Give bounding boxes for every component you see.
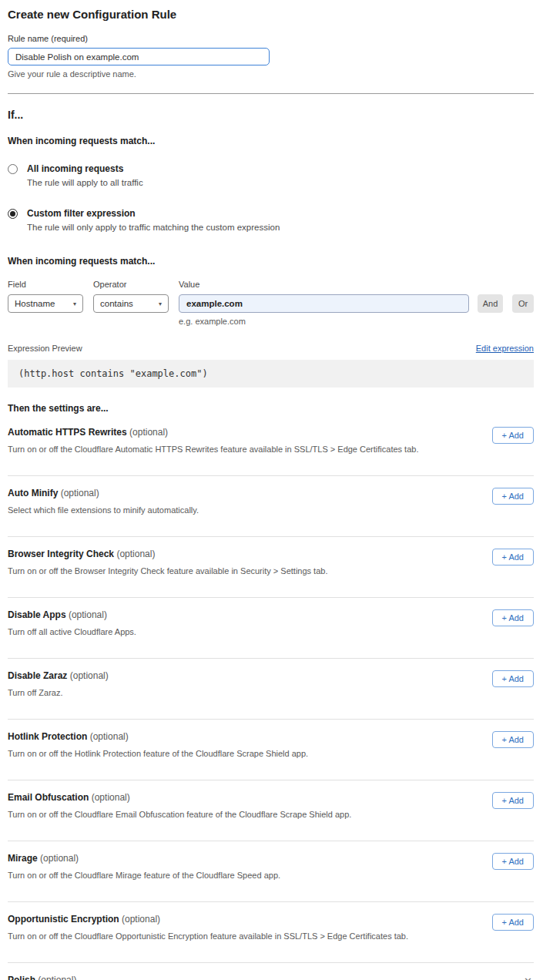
setting-name: Disable Apps <box>8 609 66 620</box>
setting-name: Auto Minify <box>8 488 58 498</box>
add-button[interactable]: + Add <box>492 609 534 626</box>
setting-row: Email Obfuscation (optional) Turn on or … <box>8 780 534 841</box>
field-label: Field <box>8 280 83 289</box>
setting-name: Browser Integrity Check <box>8 549 114 559</box>
radio-icon[interactable] <box>8 164 18 174</box>
setting-title: Disable Zaraz (optional) <box>8 670 109 681</box>
setting-row-polish: Polish (optional) ✕ Change the settings … <box>8 963 534 980</box>
setting-name: Disable Zaraz <box>8 670 67 681</box>
radio-description: The rule will apply to all traffic <box>27 178 143 187</box>
setting-row: Hotlink Protection (optional) Turn on or… <box>8 720 534 780</box>
setting-optional: (optional) <box>90 731 129 742</box>
setting-description: Turn off Zaraz. <box>8 688 109 697</box>
setting-row: Browser Integrity Check (optional) Turn … <box>8 537 534 598</box>
setting-description: Turn on or off the Hotlink Protection fe… <box>8 749 308 758</box>
setting-description: Turn on or off the Cloudflare Automatic … <box>8 445 418 454</box>
and-button[interactable]: And <box>478 294 503 313</box>
setting-description: Turn off all active Cloudflare Apps. <box>8 627 136 636</box>
setting-optional: (optional) <box>61 488 99 498</box>
setting-title: Email Obfuscation (optional) <box>8 792 351 803</box>
builder-heading: When incoming requests match... <box>8 256 534 267</box>
add-button[interactable]: + Add <box>492 792 534 809</box>
chevron-down-icon: ▾ <box>73 300 76 307</box>
setting-description: Turn on or off the Cloudflare Email Obfu… <box>8 810 351 819</box>
radio-all-incoming-requests[interactable]: All incoming requests The rule will appl… <box>8 163 534 187</box>
field-select[interactable]: Hostname ▾ <box>8 294 83 313</box>
operator-select[interactable]: contains ▾ <box>93 294 169 313</box>
value-input[interactable] <box>179 294 469 313</box>
setting-optional: (optional) <box>129 427 168 438</box>
setting-description: Turn on or off the Browser Integrity Che… <box>8 566 327 576</box>
expression-preview-label: Expression Preview <box>8 344 82 353</box>
add-button[interactable]: + Add <box>492 853 534 870</box>
operator-select-value: contains <box>100 299 133 308</box>
setting-row: Automatic HTTPS Rewrites (optional) Turn… <box>8 415 534 476</box>
setting-row: Disable Zaraz (optional) Turn off Zaraz.… <box>8 659 534 720</box>
or-button[interactable]: Or <box>512 294 534 313</box>
rule-name-input[interactable] <box>8 48 270 65</box>
if-heading: If... <box>8 109 534 121</box>
setting-title: Auto Minify (optional) <box>8 488 199 498</box>
chevron-down-icon: ▾ <box>159 300 162 307</box>
setting-row: Mirage (optional) Turn on or off the Clo… <box>8 841 534 902</box>
add-button[interactable]: + Add <box>492 549 534 566</box>
radio-label: All incoming requests <box>27 163 143 174</box>
setting-description: Select which file extensions to minify a… <box>8 505 199 515</box>
close-icon[interactable]: ✕ <box>522 975 534 980</box>
setting-name: Opportunistic Encryption <box>8 914 119 925</box>
radio-custom-filter-expression[interactable]: Custom filter expression The rule will o… <box>8 208 534 232</box>
setting-title: Polish (optional) <box>8 975 76 980</box>
setting-optional: (optional) <box>38 975 76 980</box>
then-heading: Then the settings are... <box>8 403 534 414</box>
setting-name: Automatic HTTPS Rewrites <box>8 427 127 438</box>
settings-list: Automatic HTTPS Rewrites (optional) Turn… <box>8 415 534 963</box>
setting-row: Auto Minify (optional) Select which file… <box>8 476 534 537</box>
setting-name: Mirage <box>8 853 38 864</box>
expression-preview-code: (http.host contains "example.com") <box>8 360 534 388</box>
expression-builder-row: Field Hostname ▾ Operator contains ▾ Val… <box>8 280 534 326</box>
setting-optional: (optional) <box>116 549 155 559</box>
add-button[interactable]: + Add <box>492 488 534 505</box>
setting-name: Polish <box>8 975 35 980</box>
setting-title: Opportunistic Encryption (optional) <box>8 914 408 925</box>
add-button[interactable]: + Add <box>492 914 534 931</box>
setting-title: Mirage (optional) <box>8 853 280 864</box>
setting-title: Disable Apps (optional) <box>8 609 136 620</box>
radio-description: The rule will only apply to traffic matc… <box>27 223 280 232</box>
radio-icon[interactable] <box>8 209 18 219</box>
value-helper: e.g. example.com <box>179 317 469 326</box>
setting-title: Hotlink Protection (optional) <box>8 731 308 742</box>
value-label: Value <box>179 280 469 289</box>
rule-name-helper: Give your rule a descriptive name. <box>8 69 534 79</box>
setting-description: Turn on or off the Cloudflare Mirage fea… <box>8 871 280 880</box>
field-select-value: Hostname <box>15 299 55 308</box>
setting-title: Automatic HTTPS Rewrites (optional) <box>8 427 418 438</box>
setting-name: Email Obfuscation <box>8 792 89 803</box>
setting-optional: (optional) <box>122 914 160 925</box>
setting-name: Hotlink Protection <box>8 731 87 742</box>
setting-optional: (optional) <box>40 853 79 864</box>
add-button[interactable]: + Add <box>492 427 534 444</box>
page-title: Create new Configuration Rule <box>8 8 534 21</box>
section-divider <box>8 93 534 94</box>
match-heading: When incoming requests match... <box>8 136 534 146</box>
add-button[interactable]: + Add <box>492 731 534 748</box>
radio-label: Custom filter expression <box>27 208 280 219</box>
match-type-radio-group: All incoming requests The rule will appl… <box>8 163 534 232</box>
setting-title: Browser Integrity Check (optional) <box>8 549 327 559</box>
add-button[interactable]: + Add <box>492 670 534 687</box>
setting-optional: (optional) <box>69 609 107 620</box>
rule-name-label: Rule name (required) <box>8 34 534 43</box>
edit-expression-link[interactable]: Edit expression <box>476 344 534 353</box>
operator-label: Operator <box>93 280 169 289</box>
setting-description: Turn on or off the Cloudflare Opportunis… <box>8 931 408 941</box>
setting-row: Opportunistic Encryption (optional) Turn… <box>8 902 534 963</box>
setting-optional: (optional) <box>70 670 109 681</box>
setting-optional: (optional) <box>92 792 130 803</box>
setting-row: Disable Apps (optional) Turn off all act… <box>8 598 534 659</box>
